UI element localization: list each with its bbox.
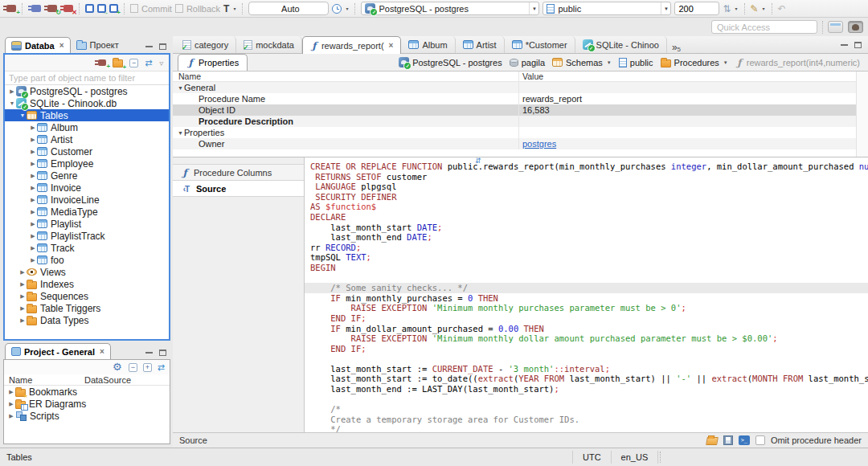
connect-icon[interactable] bbox=[31, 5, 41, 12]
breadcrumb-item-postgresql-postgres[interactable]: PostgreSQL - postgres bbox=[399, 57, 502, 67]
tree-item-table-triggers[interactable]: ▶Table Triggers bbox=[5, 302, 169, 314]
tree-item-indexes[interactable]: ▶Indexes bbox=[5, 278, 169, 290]
editor-toolbar-handle-icon[interactable]: ⇵ bbox=[475, 157, 481, 165]
project-item-er-diagrams[interactable]: ▶ER Diagrams bbox=[4, 398, 170, 410]
tree-item-tables[interactable]: ▼Tables bbox=[5, 109, 169, 121]
property-row-owner[interactable]: Ownerpostgres bbox=[173, 138, 868, 149]
side-tab-procedure-columns[interactable]: Procedure Columns bbox=[173, 164, 304, 181]
expand-arrow-icon[interactable]: ▶ bbox=[29, 125, 37, 131]
expand-arrow-icon[interactable]: ▶ bbox=[29, 209, 37, 215]
save-to-file-icon[interactable] bbox=[723, 435, 733, 445]
close-icon[interactable]: × bbox=[100, 347, 104, 356]
tab-projects[interactable]: Проект bbox=[71, 37, 125, 53]
minimize-icon[interactable] bbox=[841, 44, 848, 46]
expand-arrow-icon[interactable]: ▶ bbox=[18, 293, 27, 300]
expand-arrow-icon[interactable]: ▶ bbox=[29, 149, 37, 155]
quick-access-input[interactable] bbox=[711, 20, 817, 34]
expand-arrow-icon[interactable]: ▶ bbox=[7, 413, 15, 419]
editor-tab-customer[interactable]: *Customer bbox=[505, 36, 575, 53]
breadcrumb-item-procedures[interactable]: Procedures▼ bbox=[661, 58, 728, 67]
maximize-icon[interactable] bbox=[159, 350, 166, 356]
locale-indicator[interactable]: en_US bbox=[611, 451, 659, 464]
dbeaver-perspective-icon[interactable] bbox=[848, 21, 863, 33]
compare-icon[interactable]: ⇅ bbox=[723, 4, 731, 14]
new-connection-icon[interactable]: + bbox=[98, 59, 106, 66]
schema-select[interactable]: public▼ bbox=[542, 2, 671, 15]
expand-arrow-icon[interactable]: ▶ bbox=[29, 221, 37, 227]
breadcrumb-item-pagila[interactable]: pagila bbox=[510, 58, 545, 67]
rollback-button[interactable]: Rollback bbox=[175, 4, 220, 14]
tree-item-customer[interactable]: ▶Customer bbox=[5, 145, 169, 157]
new-sql-editor-icon[interactable]: → bbox=[97, 4, 106, 13]
link-with-editor-icon[interactable]: ⇄ bbox=[158, 362, 165, 372]
expand-arrow-icon[interactable]: ▶ bbox=[29, 185, 37, 191]
view-menu-icon[interactable]: ▽ bbox=[159, 60, 163, 66]
collapse-arrow-icon[interactable]: ▼ bbox=[18, 112, 27, 118]
property-row-properties[interactable]: ▼Properties bbox=[173, 127, 868, 138]
tree-item-data-types[interactable]: ▶Data Types bbox=[5, 314, 169, 326]
maximize-icon[interactable] bbox=[854, 42, 862, 48]
tab-project-general[interactable]: Project - General× bbox=[5, 343, 111, 359]
expand-all-icon[interactable]: + bbox=[143, 363, 152, 372]
compare-dropdown-icon[interactable]: ▾ bbox=[735, 6, 738, 11]
tree-item-invoiceline[interactable]: ▶InvoiceLine bbox=[5, 194, 169, 206]
expand-arrow-icon[interactable]: ▶ bbox=[18, 317, 27, 324]
expand-arrow-icon[interactable]: ▶ bbox=[29, 161, 37, 167]
collapse-all-icon[interactable]: − bbox=[129, 363, 137, 372]
tab-properties[interactable]: Properties bbox=[178, 54, 248, 71]
breadcrumb-item-rewards-report-int4-numeric[interactable]: rewards_report(int4,numeric) bbox=[735, 58, 860, 67]
new-connection-icon[interactable]: + bbox=[6, 5, 16, 12]
console-icon[interactable] bbox=[739, 435, 750, 445]
collapse-arrow-icon[interactable]: ▼ bbox=[8, 100, 16, 106]
link-with-editor-icon[interactable]: ⇄ bbox=[145, 58, 152, 67]
editor-tab-sqlite-chinoo[interactable]: SQLite - Chinoo bbox=[575, 36, 667, 53]
property-row-procedure-name[interactable]: Procedure Namerewards_report bbox=[173, 93, 868, 104]
property-value-label[interactable]: postgres bbox=[522, 139, 556, 149]
object-filter-input[interactable] bbox=[5, 71, 169, 85]
expand-arrow-icon[interactable]: ▶ bbox=[7, 389, 15, 395]
expand-arrow-icon[interactable]: ▶ bbox=[29, 257, 37, 264]
column-name[interactable]: Name bbox=[4, 375, 84, 385]
brush-icon[interactable]: ✎ bbox=[751, 4, 759, 14]
tree-item-mediatype[interactable]: ▶MediaType bbox=[5, 206, 169, 218]
property-row-general[interactable]: ▼General bbox=[173, 82, 868, 93]
tab-overflow-button[interactable]: »5 bbox=[667, 39, 686, 53]
collapse-all-icon[interactable]: − bbox=[129, 59, 138, 67]
expand-arrow-icon[interactable]: ▶ bbox=[29, 245, 37, 251]
expand-arrow-icon[interactable]: ▶ bbox=[8, 88, 16, 95]
gear-icon[interactable] bbox=[112, 362, 123, 373]
tree-item-postgresql-postgres[interactable]: ▶PostgreSQL - postgres bbox=[5, 85, 169, 97]
expand-arrow-icon[interactable]: ▶ bbox=[29, 173, 37, 179]
expand-arrow-icon[interactable]: ▶ bbox=[29, 137, 37, 143]
new-folder-icon[interactable]: + bbox=[113, 59, 123, 67]
minimize-icon[interactable] bbox=[145, 352, 153, 354]
tree-item-genre[interactable]: ▶Genre bbox=[5, 170, 169, 182]
transaction-log-button[interactable]: T▾ bbox=[223, 3, 236, 14]
tree-item-track[interactable]: ▶Track bbox=[5, 242, 169, 254]
breadcrumb-item-schemas[interactable]: Schemas▼ bbox=[552, 58, 612, 67]
expand-arrow-icon[interactable]: ▶ bbox=[29, 233, 37, 239]
timezone-indicator[interactable]: UTC bbox=[572, 451, 611, 464]
project-item-scripts[interactable]: ▶Scripts bbox=[4, 410, 170, 422]
minimize-icon[interactable] bbox=[145, 46, 153, 47]
column-name[interactable]: Name bbox=[173, 72, 518, 81]
column-datasource[interactable]: DataSource bbox=[84, 375, 131, 385]
editor-tab-album[interactable]: Album bbox=[401, 36, 455, 53]
fetch-size-input[interactable] bbox=[674, 2, 719, 15]
tree-item-views[interactable]: ▶Views bbox=[5, 266, 169, 278]
close-icon[interactable]: × bbox=[59, 41, 64, 50]
project-item-bookmarks[interactable]: ▶Bookmarks bbox=[4, 386, 170, 398]
connection-select[interactable]: PostgreSQL - postgres▼ bbox=[361, 2, 539, 15]
editor-tab-category[interactable]: category bbox=[175, 36, 236, 53]
disconnect-icon[interactable]: ✕ bbox=[63, 5, 73, 12]
expand-arrow-icon[interactable]: ▶ bbox=[18, 281, 27, 288]
column-value[interactable]: Value bbox=[518, 72, 868, 81]
tree-item-playlisttrack[interactable]: ▶PlaylistTrack bbox=[5, 230, 169, 242]
tree-item-playlist[interactable]: ▶Playlist bbox=[5, 218, 169, 230]
expand-arrow-icon[interactable]: ▶ bbox=[29, 197, 37, 203]
tree-item-artist[interactable]: ▶Artist bbox=[5, 133, 169, 145]
side-tab-source[interactable]: Source bbox=[173, 180, 304, 197]
tree-item-foo[interactable]: ▶foo bbox=[5, 254, 169, 266]
close-icon[interactable]: × bbox=[389, 41, 394, 50]
tab-database-navigator[interactable]: Databa× bbox=[5, 37, 71, 53]
